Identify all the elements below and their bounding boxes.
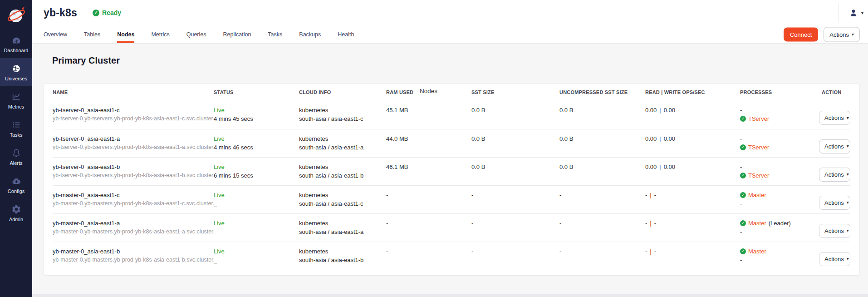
sidebar-item-universes[interactable]: Universes <box>0 58 32 86</box>
check-icon: ✓ <box>740 173 746 178</box>
row-actions-label: Actions <box>824 114 844 121</box>
process-dash: - <box>740 135 817 142</box>
read-write-ops: 0.00 | 0.00 <box>645 163 740 170</box>
row-actions-button[interactable]: Actions ▾ <box>819 139 850 153</box>
nodes-table-card: NAME STATUS CLOUD INFO RAM USED SST SIZE… <box>43 83 860 276</box>
app-root: Dashboard Universes Metrics Tasks Alerts… <box>0 0 868 297</box>
row-actions-label: Actions <box>824 143 844 150</box>
row-actions-button[interactable]: Actions ▾ <box>819 111 850 125</box>
sidebar-item-label: Dashboard <box>4 48 29 53</box>
user-menu[interactable]: ▾ <box>839 3 863 23</box>
sidebar: Dashboard Universes Metrics Tasks Alerts… <box>0 0 32 297</box>
sst-size: 0.0 B <box>471 135 559 142</box>
node-name: yb-master-0_asia-east1-c <box>53 192 214 198</box>
ram-used: 46.1 MB <box>386 163 471 170</box>
process-dash: - <box>740 200 817 207</box>
process-link[interactable]: Master <box>748 220 766 227</box>
title-row: yb-k8s ✓ Ready ▾ <box>32 0 868 25</box>
read-write-ops: - | - <box>645 220 740 227</box>
processes-cell: ✓Master- <box>740 248 817 263</box>
write-ops-value: - <box>654 192 656 198</box>
cloud-upload-icon <box>11 176 21 186</box>
tab-tasks[interactable]: Tasks <box>268 25 282 43</box>
sidebar-item-configs[interactable]: Configs <box>0 171 32 199</box>
universe-actions-label: Actions <box>829 31 849 38</box>
write-ops-value: - <box>654 220 656 227</box>
node-uptime: 4 mins 46 secs <box>214 144 299 151</box>
node-name: yb-master-0_asia-east1-b <box>53 248 214 255</box>
tab-overview[interactable]: Overview <box>44 25 67 43</box>
process-link[interactable]: TServer <box>748 144 769 151</box>
read-ops-value: 0.00 <box>645 107 657 114</box>
read-write-ops: - | - <box>645 248 740 255</box>
write-ops-value: 0.00 <box>664 135 675 142</box>
main-panel: Primary Cluster NAME STATUS CLOUD INFO R… <box>32 44 868 297</box>
sidebar-item-metrics[interactable]: Metrics <box>0 86 32 114</box>
tab-nodes[interactable]: Nodes <box>117 25 134 43</box>
sidebar-item-tasks[interactable]: Tasks <box>0 114 32 143</box>
row-actions-button[interactable]: Actions ▾ <box>819 196 850 210</box>
column-header: SST SIZE <box>471 89 559 95</box>
caret-down-icon: ▾ <box>847 257 849 261</box>
sidebar-item-admin[interactable]: Admin <box>0 199 32 227</box>
sidebar-item-dashboard[interactable]: Dashboard <box>0 30 32 58</box>
ram-used: - <box>386 192 471 198</box>
row-actions-button[interactable]: Actions ▾ <box>819 224 850 238</box>
column-header: UNCOMPRESSED SST SIZE <box>559 89 645 95</box>
process-dash: - <box>740 163 817 170</box>
sidebar-item-alerts[interactable]: Alerts <box>0 143 32 171</box>
process-link[interactable]: TServer <box>748 115 769 122</box>
process-link[interactable]: Master <box>748 248 766 255</box>
sst-size: - <box>471 192 559 198</box>
sidebar-item-label: Admin <box>9 217 23 222</box>
write-ops-value: - <box>654 248 656 255</box>
sidebar-item-label: Alerts <box>10 160 22 166</box>
tab-replication[interactable]: Replication <box>223 25 251 43</box>
tabs-row: Overview Tables Nodes Metrics Queries Re… <box>32 25 868 44</box>
tab-health[interactable]: Health <box>338 25 354 43</box>
header-buttons: Connect Actions ▾ <box>784 27 860 42</box>
list-icon <box>11 120 21 130</box>
tab-backups[interactable]: Backups <box>299 25 321 43</box>
tab-metrics[interactable]: Metrics <box>151 25 169 43</box>
uncompressed-sst-size: - <box>559 248 645 255</box>
uncompressed-sst-size: 0.0 B <box>559 163 645 170</box>
node-address: yb-tserver-0.yb-tservers.yb-prod-yb-k8s-… <box>53 115 214 122</box>
row-actions-button[interactable]: Actions ▾ <box>819 252 850 266</box>
column-header: PROCESSES <box>740 89 817 95</box>
row-actions-label: Actions <box>824 256 844 262</box>
table-header-row: NAME STATUS CLOUD INFO RAM USED SST SIZE… <box>53 84 850 101</box>
tab-tables[interactable]: Tables <box>84 25 100 43</box>
row-actions-label: Actions <box>824 171 844 178</box>
universe-actions-button[interactable]: Actions ▾ <box>824 27 860 42</box>
bell-icon <box>11 148 21 158</box>
cloud-provider: kubernetes <box>299 248 386 255</box>
row-actions-button[interactable]: Actions ▾ <box>819 168 850 182</box>
yugabyte-logo[interactable] <box>0 0 32 30</box>
pipe-divider: | <box>659 163 661 170</box>
caret-down-icon: ▾ <box>861 10 863 15</box>
connect-button[interactable]: Connect <box>784 27 818 41</box>
sst-size: - <box>471 220 559 227</box>
process-link[interactable]: Master <box>748 192 766 198</box>
uncompressed-sst-size: 0.0 B <box>559 135 645 142</box>
footer-strip <box>32 294 868 297</box>
column-header: STATUS <box>214 89 299 95</box>
uncompressed-sst-size: - <box>559 192 645 198</box>
cloud-provider: kubernetes <box>299 135 386 142</box>
ram-used: 45.1 MB <box>386 107 471 114</box>
read-ops-value: - <box>645 220 647 227</box>
node-uptime: _ <box>214 257 299 263</box>
node-status: Live <box>214 220 299 227</box>
processes-cell: ✓Master(Leader)- <box>740 220 817 235</box>
process-leader-label: (Leader) <box>769 220 791 227</box>
uncompressed-sst-size: - <box>559 220 645 227</box>
check-icon: ✓ <box>740 220 746 226</box>
process-dash: - <box>740 228 817 235</box>
tab-queries[interactable]: Queries <box>186 25 206 43</box>
node-status: Live <box>214 107 299 114</box>
sidebar-nav: Dashboard Universes Metrics Tasks Alerts… <box>0 30 32 227</box>
process-link[interactable]: TServer <box>748 172 769 179</box>
table-row: yb-tserver-0_asia-east1-b yb-tserver-0.y… <box>53 157 850 185</box>
write-ops-value: 0.00 <box>664 163 675 170</box>
